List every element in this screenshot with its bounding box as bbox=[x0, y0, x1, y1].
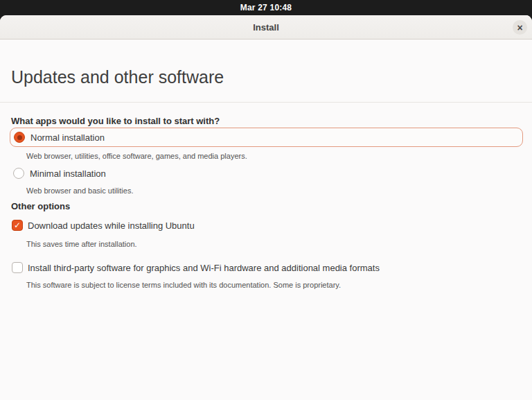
close-button[interactable]: × bbox=[513, 20, 527, 35]
checkbox-third-party[interactable]: Install third-party software for graphic… bbox=[12, 262, 380, 273]
radio-minimal-installation[interactable]: Minimal installation bbox=[13, 166, 106, 180]
checkmark-icon: ✓ bbox=[14, 221, 21, 229]
checkbox-unchecked-icon[interactable] bbox=[12, 262, 23, 273]
checkbox-download-updates-label: Download updates while installing Ubuntu bbox=[28, 220, 195, 231]
window-titlebar: Install × bbox=[0, 15, 532, 40]
radio-normal-label: Normal installation bbox=[30, 132, 105, 143]
radio-minimal-description: Web browser and basic utilities. bbox=[26, 186, 133, 195]
checkbox-download-updates-description: This saves time after installation. bbox=[26, 240, 137, 248]
checkbox-download-updates[interactable]: ✓ Download updates while installing Ubun… bbox=[12, 220, 195, 231]
installer-window: Install × Updates and other software Wha… bbox=[0, 15, 532, 400]
question-label: What apps would you like to install to s… bbox=[11, 116, 220, 126]
window-title: Install bbox=[253, 22, 279, 33]
page-content: Updates and other software What apps wou… bbox=[0, 40, 532, 400]
header-divider bbox=[0, 102, 532, 103]
radio-normal-description: Web browser, utilities, office software,… bbox=[26, 152, 247, 160]
clock: Mar 27 10:48 bbox=[240, 3, 292, 12]
checkbox-third-party-description: This software is subject to license term… bbox=[26, 281, 341, 289]
desktop-top-bar: Mar 27 10:48 bbox=[0, 0, 532, 15]
radio-normal-installation[interactable]: Normal installation bbox=[10, 128, 523, 147]
other-options-label: Other options bbox=[11, 201, 70, 211]
screen: Mar 27 10:48 Install × Updates and other… bbox=[0, 0, 532, 400]
close-icon: × bbox=[517, 23, 522, 33]
radio-dot bbox=[17, 135, 22, 140]
page-title: Updates and other software bbox=[11, 67, 224, 87]
radio-selected-icon[interactable] bbox=[14, 132, 25, 143]
checkbox-checked-icon[interactable]: ✓ bbox=[12, 220, 23, 231]
radio-unselected-icon[interactable] bbox=[13, 168, 24, 179]
radio-minimal-label: Minimal installation bbox=[30, 168, 106, 179]
checkbox-third-party-label: Install third-party software for graphic… bbox=[28, 263, 380, 273]
